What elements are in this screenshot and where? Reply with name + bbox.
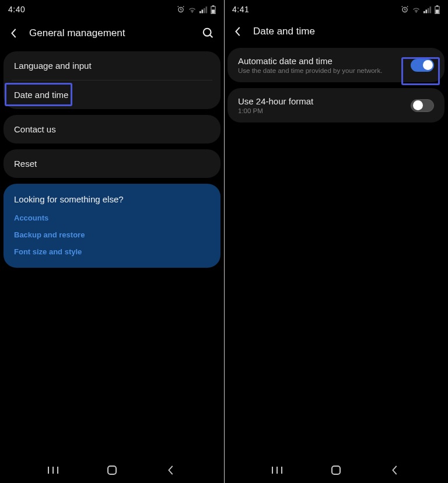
back-button[interactable] xyxy=(8,27,20,39)
svg-rect-3 xyxy=(204,8,205,13)
contact-us-row[interactable]: Contact us xyxy=(4,115,220,144)
toggle-text: Use 24-hour format 1:00 PM xyxy=(238,96,411,114)
reset-row[interactable]: Reset xyxy=(4,149,220,178)
alarm-icon xyxy=(401,5,409,13)
date-and-time-row[interactable]: Date and time xyxy=(4,80,220,109)
tips-link-font[interactable]: Font size and style xyxy=(14,247,210,256)
home-button[interactable] xyxy=(104,463,120,478)
svg-rect-7 xyxy=(212,9,215,13)
use-24-hour-format-row[interactable]: Use 24-hour format 1:00 PM xyxy=(228,88,444,123)
header: Date and time xyxy=(224,18,448,48)
phone-general-management: 4:40 General management Language and inp… xyxy=(0,0,224,483)
nav-bar xyxy=(0,457,224,483)
status-bar: 4:41 xyxy=(224,0,448,18)
status-icons xyxy=(401,5,440,14)
automatic-date-time-row[interactable]: Automatic date and time Use the date and… xyxy=(228,48,444,82)
svg-rect-24 xyxy=(332,466,340,474)
format24-label: Use 24-hour format xyxy=(238,96,411,106)
automatic-date-time-toggle[interactable] xyxy=(411,59,434,72)
tips-card: Looking for something else? Accounts Bac… xyxy=(4,184,220,268)
battery-icon xyxy=(435,5,440,14)
svg-rect-16 xyxy=(428,8,429,13)
back-nav-button[interactable] xyxy=(163,463,178,478)
switch-knob xyxy=(413,100,423,110)
signal-icon xyxy=(200,6,208,13)
settings-group-2: Contact us xyxy=(4,115,220,144)
svg-rect-15 xyxy=(426,9,428,13)
use-24-hour-format-toggle[interactable] xyxy=(411,99,434,112)
auto-date-label: Automatic date and time xyxy=(238,56,411,66)
format24-sub: 1:00 PM xyxy=(238,107,411,114)
svg-rect-17 xyxy=(430,6,432,13)
alarm-icon xyxy=(177,5,185,13)
language-and-input-row[interactable]: Language and input xyxy=(4,51,220,80)
wifi-icon xyxy=(188,6,197,13)
status-time: 4:41 xyxy=(232,5,249,14)
header: General management xyxy=(0,18,224,51)
svg-rect-20 xyxy=(436,9,439,13)
status-time: 4:40 xyxy=(8,5,25,14)
switch-knob xyxy=(423,60,433,70)
settings-group-1: Language and input Date and time xyxy=(4,51,220,109)
tips-link-backup[interactable]: Backup and restore xyxy=(14,230,210,239)
recents-button[interactable] xyxy=(270,463,285,478)
svg-rect-2 xyxy=(202,9,204,13)
back-button[interactable] xyxy=(232,26,244,37)
recents-button[interactable] xyxy=(46,463,61,478)
page-title: General management xyxy=(29,27,191,39)
page-title: Date and time xyxy=(253,26,440,37)
auto-date-sub: Use the date and time provided by your n… xyxy=(238,67,411,74)
wifi-icon xyxy=(412,6,421,13)
svg-rect-14 xyxy=(424,11,425,13)
battery-icon xyxy=(211,5,216,14)
svg-rect-4 xyxy=(206,6,208,13)
status-bar: 4:40 xyxy=(0,0,224,18)
back-nav-button[interactable] xyxy=(387,463,402,478)
format-card: Use 24-hour format 1:00 PM xyxy=(228,88,444,123)
svg-rect-12 xyxy=(108,466,116,474)
screenshot-divider xyxy=(224,0,225,483)
content-area: Automatic date and time Use the date and… xyxy=(224,48,448,123)
settings-group-3: Reset xyxy=(4,149,220,178)
phone-date-and-time: 4:41 Date and time Automatic date and ti… xyxy=(224,0,448,483)
search-button[interactable] xyxy=(201,26,216,41)
auto-date-card: Automatic date and time Use the date and… xyxy=(228,48,444,82)
tips-link-accounts[interactable]: Accounts xyxy=(14,214,210,222)
status-icons xyxy=(177,5,216,14)
toggle-text: Automatic date and time Use the date and… xyxy=(238,56,411,74)
svg-rect-1 xyxy=(200,11,201,13)
home-button[interactable] xyxy=(328,463,344,478)
content-area: Language and input Date and time Contact… xyxy=(0,51,224,268)
svg-point-8 xyxy=(204,29,211,36)
tips-title: Looking for something else? xyxy=(14,194,210,204)
nav-bar xyxy=(224,457,448,483)
signal-icon xyxy=(424,6,432,13)
